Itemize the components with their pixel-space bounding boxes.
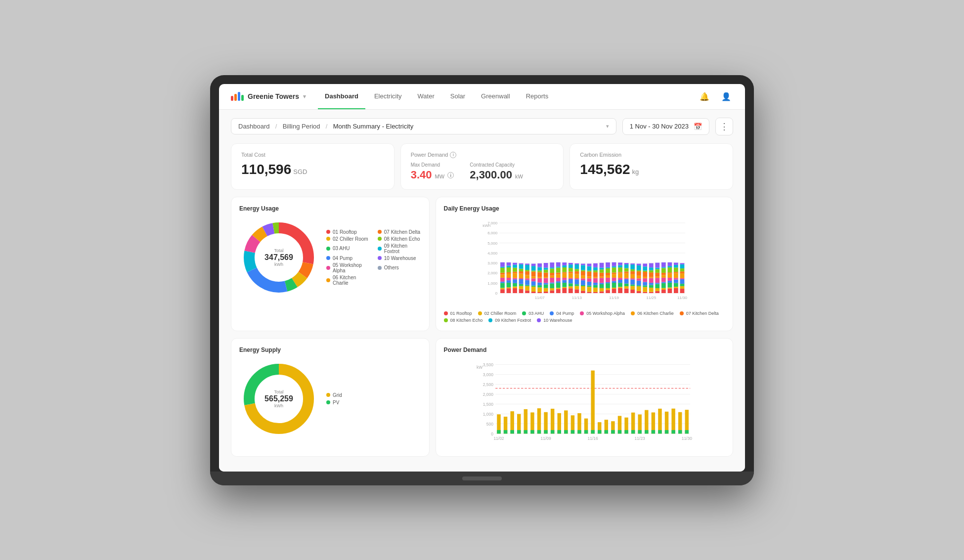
svg-rect-91 — [537, 277, 542, 278]
svg-rect-367 — [551, 408, 554, 433]
svg-rect-284 — [655, 267, 659, 269]
svg-rect-135 — [562, 262, 567, 265]
svg-rect-30 — [500, 277, 505, 281]
nav-item-water[interactable]: Water — [411, 84, 441, 110]
svg-rect-102 — [543, 272, 548, 276]
legend-item: 04 Pump — [326, 256, 370, 261]
svg-rect-240 — [630, 278, 635, 279]
svg-rect-231 — [624, 273, 628, 278]
svg-text:11/09: 11/09 — [540, 436, 551, 441]
svg-rect-245 — [630, 263, 635, 264]
nav-item-greenwall[interactable]: Greenwall — [474, 84, 517, 110]
svg-rect-299 — [667, 280, 672, 282]
svg-rect-400 — [658, 430, 661, 433]
svg-rect-243 — [630, 269, 635, 271]
legend-item: Others — [378, 262, 421, 273]
nav-item-dashboard[interactable]: Dashboard — [318, 84, 365, 110]
svg-rect-153 — [574, 269, 579, 271]
logo-text: Greenie Towers — [248, 92, 299, 100]
svg-rect-223 — [618, 267, 622, 272]
energy-supply-donut: Total 565,259 kWh — [239, 359, 318, 438]
svg-rect-58 — [519, 284, 523, 286]
svg-rect-93 — [537, 270, 542, 272]
energy-supply-title: Energy Supply — [239, 346, 421, 353]
svg-rect-140 — [569, 278, 573, 279]
power-demand-info-icon[interactable]: i — [450, 152, 456, 158]
daily-energy-card: Daily Energy Usage 01,0002,0003,0004,000… — [436, 197, 733, 331]
svg-rect-60 — [519, 278, 523, 279]
svg-rect-238 — [630, 284, 635, 286]
svg-rect-53 — [513, 267, 517, 271]
legend-item: 08 Kitchen Echo — [444, 318, 483, 323]
svg-rect-143 — [569, 268, 573, 271]
svg-rect-121 — [556, 274, 560, 277]
svg-rect-229 — [624, 279, 628, 283]
svg-rect-130 — [562, 278, 567, 280]
svg-rect-277 — [655, 288, 659, 291]
svg-rect-145 — [569, 262, 573, 264]
svg-rect-147 — [574, 286, 579, 289]
svg-rect-173 — [587, 270, 591, 271]
total-cost-title: Total Cost — [241, 152, 384, 158]
supply-donut-label: Total 565,259 kWh — [264, 389, 293, 408]
svg-text:500: 500 — [486, 421, 493, 426]
svg-rect-122 — [556, 272, 560, 274]
svg-rect-132 — [562, 272, 567, 273]
svg-rect-290 — [661, 277, 666, 282]
svg-rect-108 — [550, 283, 554, 288]
legend-item: 05 Workshop Alpha — [580, 311, 625, 316]
nav-item-electricity[interactable]: Electricity — [367, 84, 409, 110]
svg-rect-26 — [500, 289, 505, 293]
svg-rect-92 — [537, 272, 542, 277]
svg-rect-203 — [606, 268, 610, 272]
svg-rect-95 — [537, 263, 542, 266]
svg-rect-38 — [506, 282, 511, 287]
svg-rect-296 — [667, 288, 672, 293]
svg-rect-70 — [525, 278, 529, 280]
svg-rect-90 — [537, 278, 542, 282]
svg-rect-128 — [562, 283, 567, 287]
svg-rect-106 — [550, 290, 554, 293]
svg-rect-308 — [674, 283, 678, 287]
svg-rect-49 — [513, 279, 517, 283]
legend-item: PV — [326, 400, 342, 405]
notification-icon[interactable]: 🔔 — [698, 89, 711, 103]
breadcrumb-chevron: ▾ — [606, 123, 609, 129]
svg-rect-72 — [525, 271, 529, 275]
breadcrumb-select[interactable]: Dashboard / Billing Period / Month Summa… — [231, 118, 616, 134]
svg-rect-368 — [551, 430, 554, 433]
svg-rect-98 — [543, 284, 548, 288]
donut-label: Total 347,569 kWh — [264, 248, 293, 267]
svg-rect-32 — [500, 272, 505, 274]
logo[interactable]: Greenie Towers ▾ — [231, 92, 306, 101]
contracted-value: 2,300.00 kW — [470, 169, 523, 181]
more-options-button[interactable]: ⋮ — [715, 118, 733, 135]
energy-usage-card: Energy Usage Total 347,569 kWh — [231, 197, 430, 331]
svg-rect-279 — [655, 283, 659, 284]
svg-rect-191 — [599, 276, 604, 278]
nav-item-reports[interactable]: Reports — [519, 84, 556, 110]
charts-row-2: Energy Supply Total 565,259 kWh GridPV — [231, 338, 733, 457]
svg-rect-208 — [612, 283, 616, 288]
svg-rect-211 — [612, 274, 616, 278]
svg-rect-100 — [543, 278, 548, 283]
energy-supply-legend: GridPV — [326, 392, 342, 405]
svg-rect-275 — [649, 263, 653, 267]
svg-rect-288 — [661, 283, 666, 288]
svg-rect-123 — [556, 267, 560, 272]
svg-rect-270 — [649, 278, 653, 283]
user-icon[interactable]: 👤 — [719, 89, 733, 103]
svg-rect-222 — [618, 272, 622, 273]
date-picker[interactable]: 1 Nov - 30 Nov 2023 📅 — [622, 118, 709, 135]
svg-rect-258 — [643, 285, 647, 287]
svg-text:11/02: 11/02 — [493, 436, 504, 441]
nav-item-solar[interactable]: Solar — [443, 84, 472, 110]
max-demand-info-icon[interactable]: i — [447, 172, 454, 178]
svg-rect-297 — [667, 287, 672, 288]
svg-rect-362 — [530, 430, 534, 433]
svg-rect-266 — [649, 292, 653, 293]
svg-rect-251 — [636, 275, 641, 278]
svg-rect-83 — [531, 270, 535, 271]
svg-rect-313 — [674, 267, 678, 272]
svg-rect-320 — [680, 278, 684, 279]
